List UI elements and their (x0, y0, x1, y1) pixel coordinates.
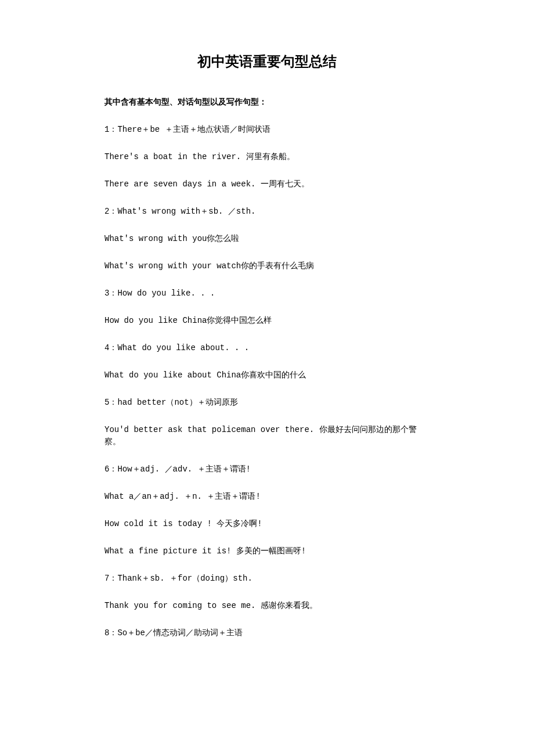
content-line: What's wrong with you你怎么啦 (104, 233, 430, 245)
content-line: There are seven days in a week. 一周有七天。 (104, 178, 430, 190)
content-line: What a／an＋adj. ＋n. ＋主语＋谓语! (104, 491, 430, 503)
content-line: 6：How＋adj. ／adv. ＋主语＋谓语! (104, 463, 430, 476)
content-line: 1：There＋be ＋主语＋地点状语／时间状语 (104, 124, 430, 136)
content-line: Thank you for coming to see me. 感谢你来看我。 (104, 600, 430, 612)
content-line: There's a boat in the river. 河里有条船。 (104, 151, 430, 163)
content-line: What do you like about China你喜欢中国的什么 (104, 369, 430, 381)
content-line: What's wrong with your watch你的手表有什么毛病 (104, 260, 430, 272)
content-line: 7：Thank＋sb. ＋for（doing）sth. (104, 573, 430, 585)
document-page: 初中英语重要句型总结 其中含有基本句型、对话句型以及写作句型： 1：There＋… (0, 0, 534, 701)
content-line: How do you like China你觉得中国怎么样 (104, 315, 430, 327)
content-line: 2：What's wrong with＋sb. ／sth. (104, 206, 430, 218)
content-line: How cold it is today ! 今天多冷啊! (104, 518, 430, 530)
content-line: 8：So＋be／情态动词／助动词＋主语 (104, 627, 430, 639)
content-line: What a fine picture it is! 多美的一幅图画呀! (104, 545, 430, 557)
document-title: 初中英语重要句型总结 (104, 52, 430, 71)
content-line: 4：What do you like about. . . (104, 342, 430, 354)
content-line: 5：had better（not）＋动词原形 (104, 397, 430, 409)
content-line: 3：How do you like. . . (104, 287, 430, 300)
content-line: You'd better ask that policeman over the… (104, 424, 430, 448)
document-subtitle: 其中含有基本句型、对话句型以及写作句型： (104, 97, 430, 107)
